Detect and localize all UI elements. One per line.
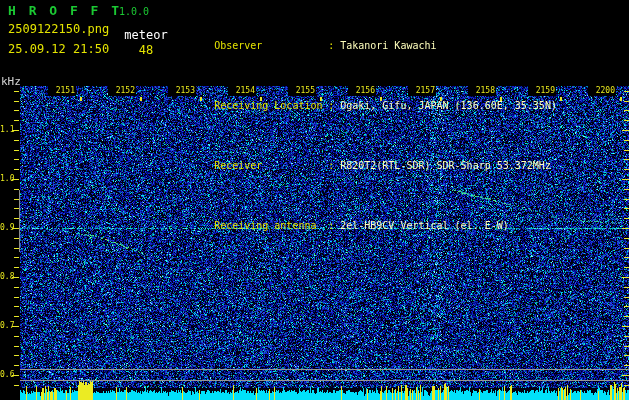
datetime-label: 25.09.12 21:50: [8, 42, 109, 56]
time-tick-label: 2151: [48, 85, 76, 96]
output-filename-label: 2509122150.png: [8, 22, 109, 36]
mode-label: meteor: [124, 28, 168, 42]
receiver-row: Receiver: R820T2(RTL-SDR) SDR-Sharp 53.3…: [178, 148, 557, 184]
freq-tick-label: 0.9: [0, 223, 13, 233]
freq-tick-label: 1.1: [0, 125, 13, 135]
freq-axis-unit-label: kHz: [1, 75, 21, 88]
receiver-label: Receiver: [214, 160, 328, 172]
freq-tick-label: 1.0: [0, 174, 13, 184]
time-tick-label: 2158: [468, 85, 496, 96]
time-tick-label: 2157: [408, 85, 436, 96]
freq-tick-label: 0.7: [0, 321, 13, 331]
time-tick-label: 2153: [168, 85, 196, 96]
station-info-block: Observer: Takanori Kawachi Receiving Loc…: [178, 4, 557, 268]
colon: :: [328, 160, 334, 171]
time-tick-label: 2154: [228, 85, 256, 96]
receiving-antenna-row: Receiving antenna: 2el-HB9CV Vertical (e…: [178, 208, 557, 244]
observer-value: Takanori Kawachi: [340, 40, 436, 51]
freq-tick-label: 0.8: [0, 272, 13, 282]
receiver-value: R820T2(RTL-SDR) SDR-Sharp 53.372MHz: [340, 160, 551, 171]
freq-tick-label: 0.6: [0, 370, 13, 380]
time-tick-label: 2200: [588, 85, 616, 96]
time-tick-label: 2159: [528, 85, 556, 96]
app-title: H R O F F T: [8, 3, 122, 18]
time-tick-label: 2156: [348, 85, 376, 96]
colon: :: [328, 100, 334, 111]
observer-row: Observer: Takanori Kawachi: [178, 28, 557, 64]
receiving-location-value: Ogaki, Gifu, JAPAN (136.60E, 35.35N): [340, 100, 557, 111]
observer-label: Observer: [214, 40, 328, 52]
colon: :: [328, 40, 334, 51]
app-version: 1.0.0: [119, 6, 149, 17]
receiving-antenna-value: 2el-HB9CV Vertical (el. E-W): [340, 220, 509, 231]
receiving-location-label: Receiving Location: [214, 100, 328, 112]
colon: :: [328, 220, 334, 231]
hrofft-spectrogram-window: H R O F F T 1.0.0 2509122150.png meteor …: [0, 0, 629, 400]
receiving-antenna-label: Receiving antenna: [214, 220, 328, 232]
echo-count-label: 48: [124, 43, 168, 57]
time-tick-label: 2155: [288, 85, 316, 96]
time-tick-label: 2152: [108, 85, 136, 96]
